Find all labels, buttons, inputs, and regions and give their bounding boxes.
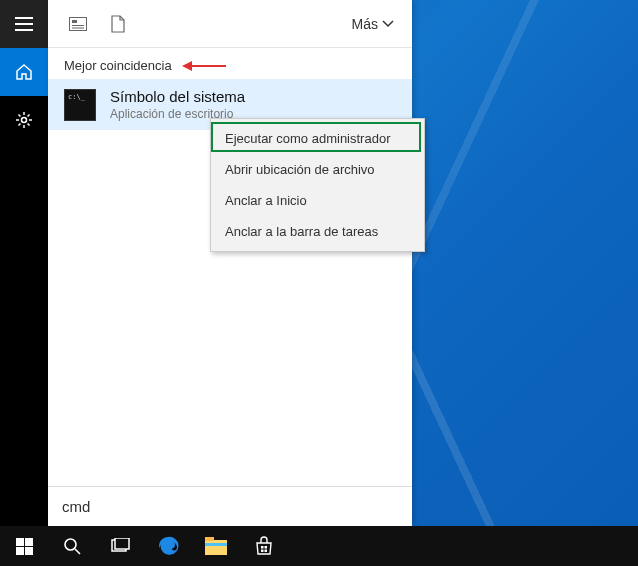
search-panel: Más Mejor coincidencia c:\_ Símbolo del … <box>48 0 412 526</box>
filter-documents-icon[interactable] <box>98 4 138 44</box>
more-label: Más <box>352 16 378 32</box>
hamburger-icon[interactable] <box>0 0 48 48</box>
svg-rect-1 <box>70 17 87 30</box>
task-view-icon[interactable] <box>96 526 144 566</box>
result-text: Símbolo del sistema Aplicación de escrit… <box>110 87 245 122</box>
menu-pin-start[interactable]: Anclar a Inicio <box>211 185 424 216</box>
file-explorer-icon[interactable] <box>192 526 240 566</box>
store-icon[interactable] <box>240 526 288 566</box>
svg-rect-8 <box>16 547 24 555</box>
svg-rect-3 <box>72 25 84 26</box>
svg-rect-4 <box>72 27 84 28</box>
settings-icon[interactable] <box>0 96 48 144</box>
edge-icon[interactable] <box>144 526 192 566</box>
start-button[interactable] <box>0 526 48 566</box>
menu-open-location[interactable]: Abrir ubicación de archivo <box>211 154 424 185</box>
svg-rect-14 <box>205 540 227 555</box>
svg-point-0 <box>22 118 27 123</box>
svg-rect-13 <box>115 538 129 549</box>
best-match-header: Mejor coincidencia <box>48 48 412 79</box>
result-title: Símbolo del sistema <box>110 87 245 107</box>
filter-apps-icon[interactable] <box>58 4 98 44</box>
menu-run-as-admin[interactable]: Ejecutar como administrador <box>211 123 424 154</box>
search-rail <box>0 0 48 526</box>
chevron-down-icon <box>382 20 394 28</box>
svg-rect-17 <box>261 546 264 549</box>
menu-pin-taskbar[interactable]: Anclar a la barra de tareas <box>211 216 424 247</box>
taskbar <box>0 526 638 566</box>
svg-point-10 <box>65 539 76 550</box>
svg-rect-2 <box>72 20 77 23</box>
svg-rect-15 <box>205 537 214 541</box>
svg-rect-16 <box>205 543 227 546</box>
svg-rect-20 <box>265 550 268 553</box>
svg-rect-7 <box>25 538 33 546</box>
search-icon[interactable] <box>48 526 96 566</box>
svg-rect-18 <box>265 546 268 549</box>
svg-rect-6 <box>16 538 24 546</box>
best-match-label: Mejor coincidencia <box>64 58 172 73</box>
home-icon[interactable] <box>0 48 48 96</box>
svg-rect-9 <box>25 547 33 555</box>
cmd-icon: c:\_ <box>64 89 96 121</box>
svg-rect-19 <box>261 550 264 553</box>
search-input[interactable] <box>62 498 398 515</box>
search-input-wrap[interactable] <box>48 486 412 526</box>
panel-header: Más <box>48 0 412 48</box>
svg-line-11 <box>75 549 80 554</box>
more-dropdown[interactable]: Más <box>344 16 402 32</box>
annotation-arrow-icon <box>182 60 228 72</box>
context-menu: Ejecutar como administrador Abrir ubicac… <box>210 118 425 252</box>
